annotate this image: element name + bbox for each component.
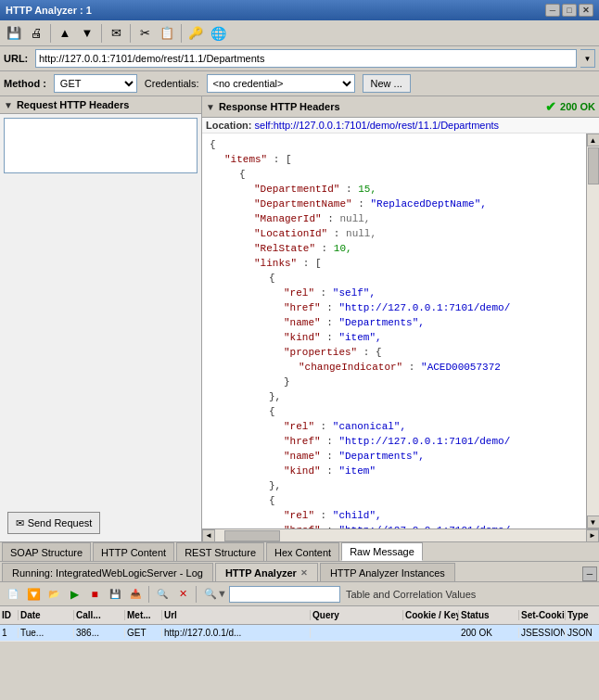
json-line: {: [210, 404, 579, 419]
copy-icon[interactable]: 📋: [157, 23, 177, 44]
bt-open-icon[interactable]: 📂: [45, 585, 63, 604]
minimize-button[interactable]: ─: [545, 4, 560, 17]
json-line: {: [210, 137, 579, 152]
mail-send-icon: ✉: [16, 517, 24, 529]
url-label: URL:: [4, 53, 32, 64]
panel-minimize-button[interactable]: ─: [582, 566, 597, 581]
h-scroll-thumb[interactable]: [224, 530, 280, 541]
bt-icon-1[interactable]: 📄: [4, 585, 22, 604]
horizontal-scrollbar[interactable]: ◄ ►: [202, 528, 599, 541]
table-header: ID Date Call... Met... Url Query Cookie …: [0, 606, 599, 625]
maximize-button[interactable]: □: [562, 4, 577, 17]
close-button[interactable]: ✕: [579, 4, 593, 17]
send-request-button[interactable]: ✉ Send Request: [7, 512, 100, 534]
json-line: "DepartmentId" : 15,: [210, 182, 579, 197]
json-line: },: [210, 389, 579, 404]
check-icon: ✔: [545, 99, 556, 114]
search-input[interactable]: [229, 586, 340, 603]
bottom-toolbar: 📄 🔽 📂 ▶ ■ 💾 📥 🔍 ✕ 🔍▼ Table and Correlati…: [0, 582, 599, 606]
cell-type: JSON: [566, 628, 599, 638]
url-dropdown-button[interactable]: ▼: [580, 49, 595, 68]
separator-4: [181, 24, 182, 43]
tab-http-content[interactable]: HTTP Content: [93, 542, 174, 561]
location-url: self:http://127.0.0.1:7101/demo/rest/11.…: [255, 120, 500, 131]
tab-raw-message-label: Raw Message: [350, 546, 414, 557]
col-header-type: Type: [566, 610, 599, 620]
bt-stop-icon[interactable]: ■: [85, 585, 104, 604]
request-headers-input[interactable]: [4, 118, 198, 173]
send-request-area: ✉ Send Request: [0, 504, 201, 541]
tab-soap-structure[interactable]: SOAP Structure: [2, 542, 91, 561]
tab-http-analyzer-close[interactable]: ✕: [300, 568, 308, 578]
h-scroll-track[interactable]: [215, 529, 586, 542]
print-icon[interactable]: 🖨: [26, 23, 46, 44]
json-line: "links" : [: [210, 256, 579, 271]
bt-icon-2[interactable]: 🔽: [24, 585, 43, 604]
key-icon[interactable]: 🔑: [185, 23, 206, 44]
tab-rest-structure[interactable]: REST Structure: [176, 542, 264, 561]
tab-raw-message[interactable]: Raw Message: [341, 542, 423, 561]
bt-import-icon[interactable]: 📥: [126, 585, 145, 604]
scroll-up-button[interactable]: ▲: [587, 134, 600, 146]
json-line: "RelState" : 10,: [210, 241, 579, 256]
url-bar: URL: ▼: [0, 46, 599, 71]
json-line: "properties" : {: [210, 345, 579, 360]
down-icon[interactable]: ▼: [77, 23, 97, 44]
tab-hex-content[interactable]: Hex Content: [266, 542, 339, 561]
search-icon[interactable]: 🔍▼: [204, 588, 227, 600]
mail-icon[interactable]: ✉: [106, 23, 126, 44]
send-request-label: Send Request: [28, 517, 93, 528]
json-line: "changeIndicator" : "ACED00057372: [210, 360, 579, 375]
col-header-query: Query: [311, 610, 403, 620]
bt-play-icon[interactable]: ▶: [65, 585, 83, 604]
json-content-area[interactable]: { "items" : [ { "DepartmentId" : 15, "De…: [202, 134, 586, 528]
response-headers-panel-header: ▼ Response HTTP Headers ✔ 200 OK: [202, 96, 599, 118]
main-toolbar: 💾 🖨 ▲ ▼ ✉ ✂ 📋 🔑 🌐: [0, 20, 599, 46]
tab-rest-structure-label: REST Structure: [185, 547, 256, 558]
json-line: {: [210, 167, 579, 182]
method-select[interactable]: GET POST PUT DELETE: [54, 74, 137, 93]
expand-icon[interactable]: ▼: [4, 100, 13, 110]
scroll-down-button[interactable]: ▼: [587, 515, 600, 528]
request-headers-panel-header: ▼ Request HTTP Headers: [0, 96, 201, 114]
scroll-right-button[interactable]: ►: [586, 529, 599, 542]
new-button[interactable]: New ...: [363, 74, 411, 93]
url-input[interactable]: [35, 49, 577, 68]
scroll-thumb[interactable]: [588, 147, 599, 185]
bt-filter-icon[interactable]: 🔍: [153, 585, 172, 604]
json-line: "href" : "http://127.0.0.1:7101/demo/: [210, 434, 579, 449]
request-headers-title: Request HTTP Headers: [17, 99, 129, 110]
json-line: },: [210, 478, 579, 493]
scroll-left-button[interactable]: ◄: [202, 529, 215, 542]
credentials-select[interactable]: <no credential>: [207, 74, 355, 93]
web-icon[interactable]: 🌐: [208, 23, 228, 44]
tab-http-analyzer[interactable]: HTTP Analyzer ✕: [215, 563, 318, 581]
status-indicator: ✔ 200 OK: [545, 99, 595, 114]
json-line: "items" : [: [210, 152, 579, 167]
scroll-track[interactable]: [587, 146, 600, 515]
bt-save-icon[interactable]: 💾: [106, 585, 124, 604]
json-line: "name" : "Departments",: [210, 315, 579, 330]
json-line: "kind" : "item": [210, 464, 579, 478]
save-icon[interactable]: 💾: [4, 23, 24, 44]
request-headers-content: [0, 114, 201, 504]
json-line: "rel" : "canonical",: [210, 419, 579, 434]
cut-icon[interactable]: ✂: [134, 23, 155, 44]
up-icon[interactable]: ▲: [55, 23, 75, 44]
tab-log[interactable]: Running: IntegratedWebLogicServer - Log: [2, 563, 213, 581]
json-line: "DepartmentName" : "ReplacedDeptName",: [210, 197, 579, 211]
method-bar: Method : GET POST PUT DELETE Credentials…: [0, 71, 599, 96]
json-line: "name" : "Departments",: [210, 449, 579, 464]
table-row[interactable]: 1 Tue... 386... GET http://127.0.0.1/d..…: [0, 625, 599, 642]
tab-hex-content-label: Hex Content: [274, 547, 331, 558]
credentials-label: Credentials:: [145, 78, 199, 89]
bt-separator-1: [148, 586, 149, 603]
vertical-scrollbar[interactable]: ▲ ▼: [586, 134, 599, 528]
tab-http-analyzer-instances[interactable]: HTTP Analyzer Instances: [320, 563, 455, 581]
bottom-section: Running: IntegratedWebLogicServer - Log …: [0, 562, 599, 642]
json-line: "ManagerId" : null,: [210, 211, 579, 226]
bt-delete-icon[interactable]: ✕: [173, 585, 192, 604]
response-expand-icon[interactable]: ▼: [206, 102, 215, 112]
col-header-method: Met...: [125, 610, 162, 620]
window-title: HTTP Analyzer : 1: [6, 5, 545, 16]
